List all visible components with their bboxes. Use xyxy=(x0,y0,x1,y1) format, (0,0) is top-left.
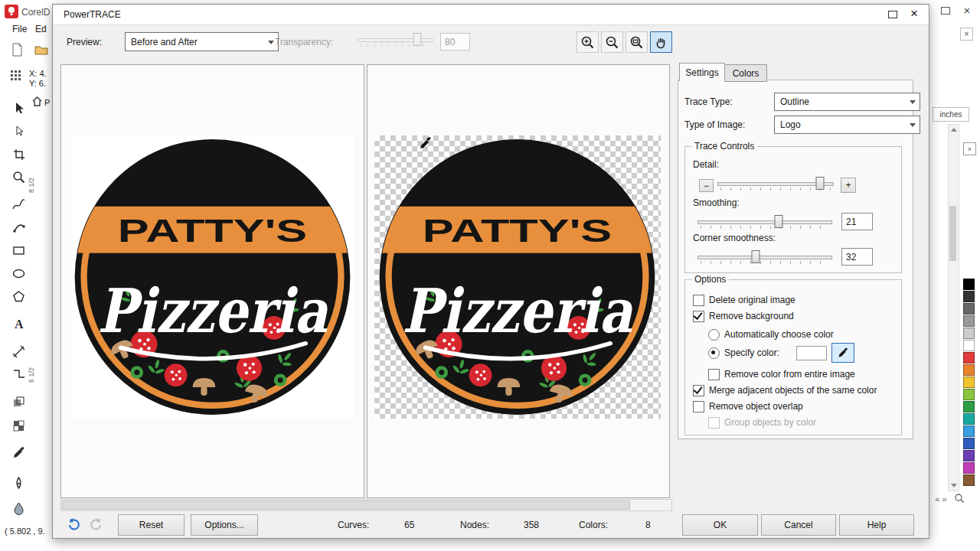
scroll-up-icon[interactable] xyxy=(949,125,959,135)
tab-settings[interactable]: Settings xyxy=(679,63,725,81)
pick-tool-icon[interactable] xyxy=(10,99,27,116)
palette-swatch[interactable] xyxy=(963,352,975,364)
corner-smoothness-slider[interactable] xyxy=(697,249,832,265)
fill-tool-icon[interactable] xyxy=(10,499,27,516)
checkbox-icon[interactable] xyxy=(693,295,704,306)
connector-tool-icon[interactable] xyxy=(10,366,27,383)
freehand-tool-icon[interactable] xyxy=(10,196,27,213)
radio-icon[interactable] xyxy=(708,329,720,341)
app-restore-icon[interactable] xyxy=(937,5,954,17)
radio-checked-icon[interactable] xyxy=(708,347,720,359)
specify-color-swatch[interactable] xyxy=(796,346,827,360)
dimension-tool-icon[interactable] xyxy=(10,343,27,360)
bezier-tool-icon[interactable] xyxy=(10,219,27,236)
help-button[interactable]: Help xyxy=(839,514,914,536)
units-dropdown[interactable]: inches xyxy=(933,107,969,122)
tab-colors[interactable]: Colors xyxy=(724,64,767,82)
scroll-down-icon[interactable] xyxy=(949,481,959,491)
slider-thumb[interactable] xyxy=(751,250,760,263)
ellipse-tool-icon[interactable] xyxy=(10,265,27,282)
ok-button[interactable]: OK xyxy=(682,514,758,536)
palette-swatch[interactable] xyxy=(963,438,975,449)
drop-shadow-tool-icon[interactable] xyxy=(10,393,27,410)
palette-swatch[interactable] xyxy=(963,425,975,437)
color-eyedropper-button[interactable] xyxy=(831,343,854,363)
text-tool-icon[interactable]: A xyxy=(10,315,27,332)
slider-thumb[interactable] xyxy=(774,215,782,228)
zoom-out-button[interactable] xyxy=(601,31,623,53)
shape-tool-icon[interactable] xyxy=(10,122,27,139)
docker-tab-label[interactable]: P xyxy=(44,98,50,107)
dialog-titlebar[interactable]: PowerTRACE × xyxy=(53,5,929,25)
corner-smoothness-value-box[interactable]: 32 xyxy=(841,248,873,266)
checkbox-icon[interactable] xyxy=(708,369,720,380)
cancel-button[interactable]: Cancel xyxy=(761,514,836,536)
checkbox-checked-icon[interactable] xyxy=(693,311,704,322)
checkbox-checked-icon[interactable] xyxy=(693,385,704,396)
palette-swatch[interactable] xyxy=(963,377,975,388)
smoothing-slider[interactable] xyxy=(697,214,832,230)
option-remove-color-entire-image[interactable]: Remove color from entire image xyxy=(708,368,855,380)
image-type-dropdown[interactable]: Logo xyxy=(774,116,920,134)
scrollbar-thumb[interactable] xyxy=(949,206,956,261)
palette-swatch[interactable] xyxy=(963,474,975,486)
before-preview-pane[interactable] xyxy=(60,64,364,498)
palette-swatch[interactable] xyxy=(963,291,975,302)
undo-button[interactable] xyxy=(64,514,83,534)
statusbar-zoom-icon[interactable] xyxy=(954,493,965,506)
pan-tool-button[interactable] xyxy=(650,31,672,53)
eyedropper-tool-icon[interactable] xyxy=(10,444,27,461)
outline-pen-tool-icon[interactable] xyxy=(10,474,27,491)
rectangle-tool-icon[interactable] xyxy=(10,242,27,259)
slider-thumb[interactable] xyxy=(815,177,824,190)
option-auto-choose-color[interactable]: Automatically choose color xyxy=(708,328,834,341)
palette-swatch[interactable] xyxy=(963,364,975,376)
zoom-to-fit-button[interactable] xyxy=(626,31,648,53)
trace-type-dropdown[interactable]: Outline xyxy=(774,93,920,111)
zoom-tool-icon[interactable] xyxy=(10,168,27,185)
option-specify-color[interactable]: Specify color: xyxy=(708,347,854,359)
redo-button[interactable] xyxy=(87,514,106,534)
menu-edit[interactable]: Ed xyxy=(35,24,47,34)
vertical-scrollbar[interactable] xyxy=(948,124,959,491)
docker-close-icon[interactable]: × xyxy=(960,28,973,41)
palette-swatch[interactable] xyxy=(963,315,975,327)
checkbox-icon[interactable] xyxy=(693,401,704,412)
palette-swatch[interactable] xyxy=(963,413,975,425)
palette-swatch[interactable] xyxy=(963,303,975,315)
reset-button[interactable]: Reset xyxy=(118,514,185,536)
crop-tool-icon[interactable] xyxy=(10,145,27,162)
option-merge-adjacent[interactable]: Merge adjacent objects of the same color xyxy=(693,384,877,396)
palette-swatch[interactable] xyxy=(963,450,975,461)
palette-swatch[interactable] xyxy=(963,328,975,339)
zoom-in-button[interactable] xyxy=(577,31,599,53)
smoothing-value-box[interactable]: 21 xyxy=(841,213,873,230)
option-delete-original[interactable]: Delete original image xyxy=(693,294,795,306)
option-remove-overlap[interactable]: Remove object overlap xyxy=(693,400,803,412)
dialog-maximize-icon[interactable] xyxy=(884,8,901,21)
palette-swatch[interactable] xyxy=(963,462,975,474)
detail-slider[interactable] xyxy=(717,176,834,191)
preview-dropdown[interactable]: Before and After xyxy=(125,32,279,51)
detail-decrease-button[interactable]: − xyxy=(699,179,714,192)
options-button[interactable]: Options... xyxy=(191,514,258,536)
palette-swatch[interactable] xyxy=(963,279,975,290)
polygon-tool-icon[interactable] xyxy=(10,288,27,305)
option-remove-background[interactable]: Remove background xyxy=(693,310,794,322)
detail-increase-button[interactable]: + xyxy=(841,178,856,193)
open-folder-icon[interactable] xyxy=(34,42,49,60)
home-icon[interactable] xyxy=(32,96,42,109)
app-close-icon[interactable]: × xyxy=(959,3,975,17)
after-preview-pane[interactable] xyxy=(367,64,670,498)
palette-scroll-icons[interactable]: « » xyxy=(931,494,951,504)
scrollbar-thumb[interactable] xyxy=(62,500,630,510)
menu-file[interactable]: File xyxy=(12,24,27,34)
horizontal-scrollbar[interactable] xyxy=(60,499,672,511)
no-color-swatch[interactable]: × xyxy=(963,142,976,155)
palette-swatch[interactable] xyxy=(963,401,975,412)
new-document-icon[interactable] xyxy=(9,42,24,60)
palette-swatch[interactable] xyxy=(963,340,975,351)
palette-swatch[interactable] xyxy=(963,389,975,400)
pattern-fill-tool-icon[interactable] xyxy=(10,417,27,434)
dialog-close-icon[interactable]: × xyxy=(906,6,923,21)
